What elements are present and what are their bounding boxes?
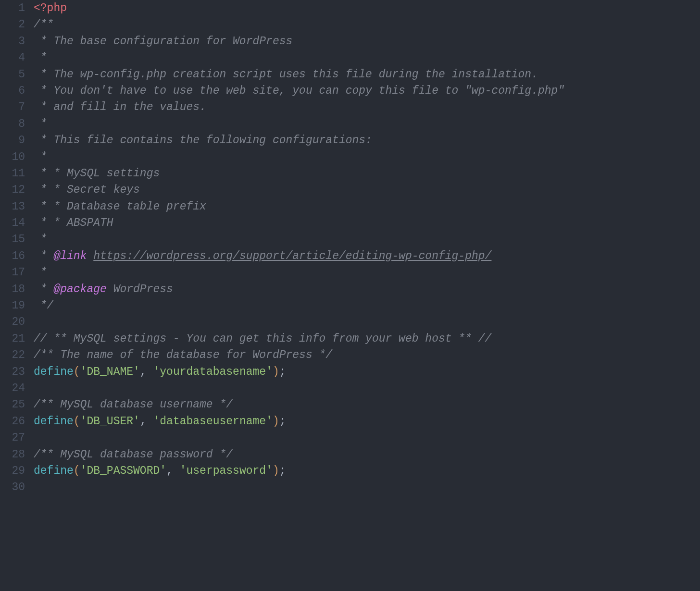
line-number: 3 <box>0 33 25 49</box>
code-line[interactable]: <?php <box>34 0 700 16</box>
code-line[interactable] <box>34 430 700 446</box>
token-paren: ( <box>74 465 80 477</box>
token-doctag: @package <box>53 283 106 296</box>
code-line[interactable]: /** The name of the database for WordPre… <box>34 347 700 363</box>
line-number: 17 <box>0 264 25 281</box>
line-number: 29 <box>0 463 25 479</box>
token-keyword: define <box>34 366 74 378</box>
token-string: 'DB_PASSWORD' <box>80 465 166 477</box>
line-number: 21 <box>0 331 25 347</box>
code-line[interactable]: * The base configuration for WordPress <box>34 33 700 49</box>
line-number: 7 <box>0 99 25 115</box>
token-paren: ( <box>74 415 80 428</box>
code-line[interactable]: * <box>34 49 700 66</box>
token-comment: * * MySQL settings <box>34 167 160 180</box>
token-punct: , <box>166 465 180 477</box>
token-comment: * The base configuration for WordPress <box>34 35 292 48</box>
code-line[interactable]: define('DB_NAME', 'yourdatabasename'); <box>34 364 700 380</box>
token-comment: * <box>34 266 47 279</box>
code-editor[interactable]: 1234567891011121314151617181920212223242… <box>0 0 700 591</box>
code-line[interactable]: * * Secret keys <box>34 182 700 198</box>
code-line[interactable]: * * MySQL settings <box>34 165 700 182</box>
code-line[interactable]: * and fill in the values. <box>34 99 700 115</box>
token-tag: <?php <box>34 2 67 14</box>
token-punct: ; <box>279 366 286 378</box>
code-line[interactable] <box>34 380 700 396</box>
code-line[interactable]: define('DB_PASSWORD', 'userpassword'); <box>34 463 700 479</box>
token-comment: * The wp-config.php creation script uses… <box>34 68 538 81</box>
line-number: 16 <box>0 248 25 264</box>
line-number: 26 <box>0 413 25 430</box>
code-line[interactable]: * * Database table prefix <box>34 198 700 215</box>
code-line[interactable]: * <box>34 264 700 281</box>
code-content-area[interactable]: <?php/** * The base configuration for Wo… <box>34 0 700 591</box>
token-string: 'DB_NAME' <box>80 366 140 378</box>
line-number: 9 <box>0 132 25 148</box>
line-number: 4 <box>0 49 25 66</box>
token-paren: ) <box>273 465 279 477</box>
line-number: 20 <box>0 314 25 330</box>
token-comment: * This file contains the following confi… <box>34 134 372 147</box>
line-number: 30 <box>0 479 25 495</box>
token-paren: ) <box>273 366 279 378</box>
token-keyword: define <box>34 415 74 428</box>
token-string: 'DB_USER' <box>80 415 140 428</box>
line-number: 19 <box>0 297 25 314</box>
line-number: 22 <box>0 347 25 363</box>
token-string: 'userpassword' <box>180 465 273 477</box>
line-number: 28 <box>0 446 25 463</box>
code-line[interactable]: define('DB_USER', 'databaseusername'); <box>34 413 700 430</box>
token-punct: ; <box>279 465 286 477</box>
code-line[interactable]: * <box>34 149 700 165</box>
line-number: 8 <box>0 116 25 132</box>
line-number: 12 <box>0 182 25 198</box>
token-string: 'databaseusername' <box>153 415 272 428</box>
token-comment: /** MySQL database username */ <box>34 398 233 411</box>
token-comment: * <box>34 118 47 130</box>
line-number: 24 <box>0 380 25 396</box>
line-number: 2 <box>0 16 25 33</box>
code-line[interactable]: /** <box>34 16 700 33</box>
token-comment: * and fill in the values. <box>34 101 206 113</box>
code-line[interactable]: /** MySQL database username */ <box>34 396 700 413</box>
token-comment: * <box>34 250 53 262</box>
token-punct: ; <box>279 415 286 428</box>
code-line[interactable]: * <box>34 231 700 247</box>
token-comment: * * ABSPATH <box>34 217 113 229</box>
code-line[interactable] <box>34 314 700 330</box>
token-comment: * <box>34 233 47 246</box>
code-line[interactable]: // ** MySQL settings - You can get this … <box>34 331 700 347</box>
line-number: 14 <box>0 215 25 231</box>
token-comment: * <box>34 283 53 296</box>
line-number: 13 <box>0 198 25 215</box>
token-paren: ( <box>74 366 80 378</box>
code-line[interactable]: * @package WordPress <box>34 281 700 297</box>
line-number: 18 <box>0 281 25 297</box>
token-doctag: @link <box>53 250 87 262</box>
code-line[interactable]: * * ABSPATH <box>34 215 700 231</box>
token-comment: /** <box>34 18 53 31</box>
token-comment: * * Secret keys <box>34 184 140 196</box>
token-comment: /** MySQL database password */ <box>34 448 233 461</box>
line-number: 1 <box>0 0 25 16</box>
code-line[interactable]: /** MySQL database password */ <box>34 446 700 463</box>
token-comment: */ <box>34 299 53 312</box>
code-line[interactable]: * The wp-config.php creation script uses… <box>34 66 700 83</box>
code-line[interactable]: * @link https://wordpress.org/support/ar… <box>34 248 700 264</box>
token-comment: * <box>34 51 47 64</box>
line-number: 27 <box>0 430 25 446</box>
code-line[interactable]: * You don't have to use the web site, yo… <box>34 83 700 99</box>
line-number: 6 <box>0 83 25 99</box>
line-number: 5 <box>0 66 25 83</box>
token-comment: /** The name of the database for WordPre… <box>34 349 332 361</box>
code-line[interactable]: * This file contains the following confi… <box>34 132 700 148</box>
code-line[interactable]: */ <box>34 297 700 314</box>
token-comment: * You don't have to use the web site, yo… <box>34 85 564 97</box>
token-link: https://wordpress.org/support/article/ed… <box>93 250 491 262</box>
token-comment: * * Database table prefix <box>34 200 206 213</box>
code-line[interactable] <box>34 479 700 495</box>
token-comment: WordPress <box>107 283 173 296</box>
line-number: 10 <box>0 149 25 165</box>
line-number: 15 <box>0 231 25 247</box>
code-line[interactable]: * <box>34 116 700 132</box>
